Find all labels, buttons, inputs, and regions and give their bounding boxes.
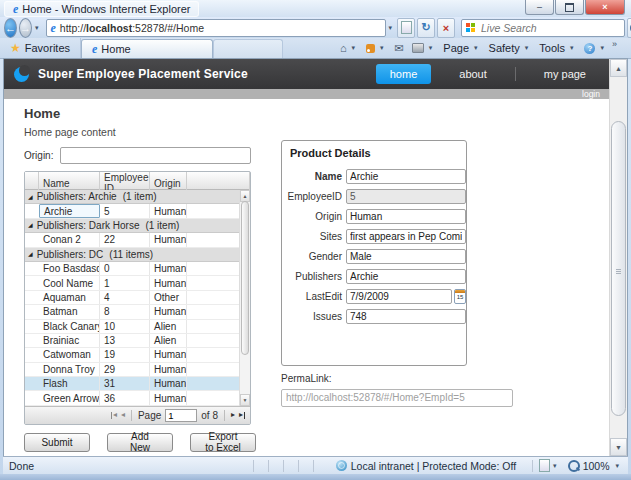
group-row[interactable]: ◢Publishers: Archie(1 item) bbox=[25, 190, 250, 204]
cell-origin[interactable]: Human bbox=[150, 204, 187, 217]
address-dropdown-icon[interactable]: ▾ bbox=[386, 24, 396, 32]
table-row[interactable]: Cool Name1Human bbox=[25, 276, 250, 290]
cell-name[interactable]: Black Canary bbox=[39, 320, 100, 333]
cell-employee-id[interactable]: 19 bbox=[100, 348, 150, 361]
submit-button[interactable]: Submit bbox=[24, 433, 90, 452]
details-input-gender[interactable] bbox=[346, 249, 466, 264]
table-row[interactable]: Donna Troy29Human bbox=[25, 363, 250, 377]
details-input-lastedit[interactable] bbox=[346, 289, 452, 304]
cell-employee-id[interactable]: 31 bbox=[100, 377, 150, 390]
cell-name[interactable]: Aquaman bbox=[39, 291, 100, 304]
details-input-name[interactable] bbox=[346, 169, 466, 184]
table-row[interactable]: Conan 222Human bbox=[25, 233, 250, 247]
group-expander-icon[interactable]: ◢ bbox=[28, 222, 33, 228]
nav-item-my-page[interactable]: my page bbox=[530, 64, 600, 84]
zoom-control[interactable]: 100% ▾ bbox=[568, 460, 622, 472]
add-new-button[interactable]: Add New bbox=[107, 433, 173, 452]
home-button[interactable]: ⌂▾ bbox=[337, 41, 361, 55]
table-row[interactable]: Foo Basdasdar0Human bbox=[25, 262, 250, 276]
stop-button[interactable]: × bbox=[437, 18, 455, 38]
help-menu[interactable]: ?▾ bbox=[581, 42, 610, 55]
refresh-button[interactable]: ↻ bbox=[417, 18, 435, 38]
new-tab-button[interactable] bbox=[213, 39, 283, 58]
address-input[interactable]: e http://localhost:52878/#/Home bbox=[46, 19, 386, 37]
close-button[interactable]: × bbox=[585, 0, 625, 15]
details-input-publishers[interactable] bbox=[346, 269, 466, 284]
group-expander-icon[interactable]: ◢ bbox=[28, 194, 33, 200]
cell-name[interactable]: Catwoman bbox=[39, 348, 100, 361]
table-row[interactable]: Black Canary10Alien bbox=[25, 320, 250, 334]
calendar-icon[interactable]: 15 bbox=[454, 289, 466, 304]
cell-employee-id[interactable]: 4 bbox=[100, 291, 150, 304]
details-input-issues[interactable] bbox=[346, 309, 466, 324]
next-page-button[interactable]: ▸ bbox=[231, 411, 235, 419]
search-input[interactable] bbox=[479, 21, 620, 35]
minimize-button[interactable]: – bbox=[525, 0, 554, 15]
details-input-employeeid[interactable] bbox=[346, 189, 466, 204]
cell-employee-id[interactable]: 29 bbox=[100, 363, 150, 376]
cell-origin[interactable]: Other bbox=[150, 291, 187, 304]
nav-item-home[interactable]: home bbox=[376, 64, 432, 84]
cell-origin[interactable]: Human bbox=[150, 233, 187, 246]
grid-scroll-down-icon[interactable]: ▼ bbox=[240, 394, 250, 406]
login-link[interactable]: login bbox=[582, 89, 600, 99]
favorites-button[interactable]: ★ Favorites bbox=[0, 38, 81, 58]
tools-menu[interactable]: Tools▾ bbox=[536, 41, 579, 55]
cell-employee-id[interactable]: 22 bbox=[100, 233, 150, 246]
table-row[interactable]: Brainiac13Alien bbox=[25, 334, 250, 348]
cell-origin[interactable]: Human bbox=[150, 377, 187, 390]
first-page-button[interactable]: ◂ bbox=[110, 411, 117, 419]
cell-employee-id[interactable]: 5 bbox=[100, 204, 150, 217]
cell-origin[interactable]: Alien bbox=[150, 320, 187, 333]
grid-scrollbar[interactable]: ▲ ▼ bbox=[239, 190, 250, 406]
cell-origin[interactable]: Human bbox=[150, 391, 187, 404]
cell-name[interactable]: Flash bbox=[39, 377, 100, 390]
toolbar-overflow-icon[interactable]: » bbox=[612, 39, 617, 49]
cell-employee-id[interactable]: 1 bbox=[100, 276, 150, 289]
prev-page-button[interactable]: ◂ bbox=[121, 411, 125, 419]
group-expander-icon[interactable]: ◢ bbox=[28, 251, 33, 257]
read-mail-button[interactable]: ✉ bbox=[392, 41, 407, 56]
cell-employee-id[interactable]: 0 bbox=[100, 262, 150, 275]
maximize-button[interactable] bbox=[555, 0, 584, 15]
cell-origin[interactable]: Human bbox=[150, 348, 187, 361]
cell-name[interactable]: Green Arrow bbox=[39, 391, 100, 404]
forward-button[interactable]: → bbox=[19, 18, 32, 38]
zoom-dropdown-icon[interactable]: ▾ bbox=[612, 462, 622, 470]
cell-origin[interactable]: Human bbox=[150, 305, 187, 318]
scroll-down-icon[interactable]: ▼ bbox=[610, 438, 627, 456]
cell-name[interactable]: Brainiac bbox=[39, 334, 100, 347]
last-page-button[interactable]: ▸ bbox=[239, 411, 246, 419]
table-row[interactable]: Archie5Human bbox=[25, 204, 250, 218]
details-input-sites[interactable] bbox=[346, 229, 466, 244]
export-to-excel-button[interactable]: Export to Excel bbox=[190, 433, 256, 452]
table-row[interactable]: Batman8Human bbox=[25, 305, 250, 319]
table-row[interactable]: Green Arrow36Human bbox=[25, 391, 250, 405]
page-mode-icon[interactable] bbox=[539, 459, 550, 472]
nav-item-about[interactable]: about bbox=[445, 64, 501, 84]
cell-name[interactable]: Batman bbox=[39, 305, 100, 318]
group-row[interactable]: ◢Publishers: Dark Horse(1 item) bbox=[25, 219, 250, 233]
cell-origin[interactable]: Human bbox=[150, 262, 187, 275]
origin-filter-input[interactable] bbox=[60, 147, 251, 164]
page-number-input[interactable] bbox=[165, 409, 197, 422]
table-row[interactable]: Catwoman19Human bbox=[25, 348, 250, 362]
safety-menu[interactable]: Safety▾ bbox=[486, 41, 535, 55]
print-button[interactable]: ▾ bbox=[409, 42, 439, 54]
cell-origin[interactable]: Alien bbox=[150, 334, 187, 347]
cell-employee-id[interactable]: 10 bbox=[100, 320, 150, 333]
cell-origin[interactable]: Human bbox=[150, 363, 187, 376]
cell-origin[interactable]: Human bbox=[150, 276, 187, 289]
page-mode-dropdown-icon[interactable]: ▾ bbox=[550, 462, 560, 470]
search-go-button[interactable] bbox=[627, 18, 631, 38]
page-scrollbar[interactable]: ▲ ▼ bbox=[609, 59, 627, 456]
compatibility-view-button[interactable] bbox=[397, 18, 415, 38]
cell-employee-id[interactable]: 8 bbox=[100, 305, 150, 318]
cell-employee-id[interactable]: 36 bbox=[100, 391, 150, 404]
cell-name[interactable]: Archie bbox=[39, 204, 100, 217]
table-row[interactable]: Aquaman4Other bbox=[25, 291, 250, 305]
search-box[interactable] bbox=[461, 19, 625, 37]
page-menu[interactable]: Page▾ bbox=[440, 41, 483, 55]
feeds-button[interactable]: ▾ bbox=[363, 43, 390, 54]
cell-name[interactable]: Foo Basdasdar bbox=[39, 262, 100, 275]
